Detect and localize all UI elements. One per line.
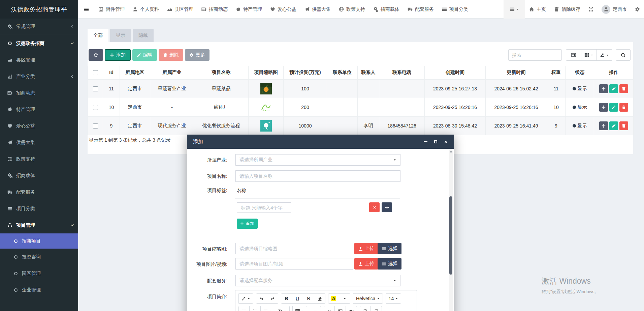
project-name-input[interactable] bbox=[235, 170, 400, 182]
row-edit-button[interactable] bbox=[609, 103, 618, 112]
sidebar-subitem-park-management[interactable]: 园区管理 bbox=[0, 265, 78, 282]
refresh-button[interactable] bbox=[89, 49, 103, 61]
thumbnail-orange-fruit-photo[interactable] bbox=[260, 83, 272, 94]
editor-table-button[interactable] bbox=[292, 306, 307, 311]
row-move-button[interactable] bbox=[599, 121, 608, 130]
dialog-header[interactable]: 添加 bbox=[187, 135, 454, 149]
thumbnail-input[interactable] bbox=[235, 243, 353, 254]
row-delete-button[interactable] bbox=[619, 84, 628, 93]
editor-hr-button[interactable] bbox=[310, 306, 321, 311]
minimize-button[interactable] bbox=[423, 139, 428, 144]
thumbnail-green-sketch[interactable] bbox=[260, 102, 272, 113]
maximize-button[interactable] bbox=[433, 139, 438, 144]
nav-supporting-services[interactable]: 配套服务 bbox=[404, 0, 438, 19]
sidebar-subitem-investment-projects[interactable]: 招商项目 bbox=[0, 233, 78, 249]
sidebar-item-policy-support[interactable]: 政策支持 bbox=[0, 151, 78, 167]
media-choose-button[interactable]: 选择 bbox=[378, 258, 401, 270]
sidebar-item-county-management[interactable]: 县区管理 bbox=[0, 52, 78, 68]
editor-picture-button[interactable] bbox=[335, 306, 346, 311]
search-button[interactable] bbox=[616, 49, 631, 61]
editor-video-button[interactable] bbox=[346, 306, 357, 311]
status-badge[interactable]: 显示 bbox=[573, 86, 587, 92]
nav-fullscreen[interactable] bbox=[584, 0, 598, 19]
industry-select[interactable]: 请选择所属产业 bbox=[235, 154, 400, 166]
editor-fontsize-button[interactable]: 14 bbox=[386, 293, 401, 304]
media-input[interactable] bbox=[235, 258, 353, 270]
row-move-button[interactable] bbox=[599, 84, 608, 93]
thumbnail-choose-button[interactable]: 选择 bbox=[378, 243, 401, 254]
editor-strikethrough-button[interactable]: S bbox=[303, 293, 314, 304]
tag-move-button[interactable] bbox=[382, 202, 392, 212]
sidebar-item-specialty-management[interactable]: 特产管理 bbox=[0, 101, 78, 118]
nav-menu-dropdown[interactable] bbox=[504, 0, 525, 19]
editor-bold-button[interactable]: B bbox=[281, 293, 292, 304]
editor-ol-button[interactable] bbox=[250, 306, 261, 311]
sidebar-item-general-management[interactable]: 常规管理 bbox=[0, 19, 78, 35]
editor-link-button[interactable] bbox=[324, 306, 335, 311]
select-all-checkbox[interactable] bbox=[93, 70, 98, 75]
tab-0[interactable]: 全部 bbox=[88, 29, 108, 42]
nav-specialty-management[interactable]: 特产管理 bbox=[232, 0, 266, 19]
editor-style-button[interactable] bbox=[238, 293, 253, 304]
editor-color-caret-button[interactable] bbox=[339, 293, 350, 304]
delete-button[interactable]: 删除 bbox=[159, 49, 183, 61]
editor-eraser-button[interactable] bbox=[314, 293, 325, 304]
thumbnail-teal-artwork[interactable] bbox=[260, 120, 272, 132]
nav-investment-news[interactable]: 招商动态 bbox=[197, 0, 232, 19]
nav-policy-support[interactable]: 政策支持 bbox=[335, 0, 369, 19]
sidebar-subitem-investment-consulting[interactable]: 投资咨询 bbox=[0, 249, 78, 265]
nav-attachment-management[interactable]: 附件管理 bbox=[94, 0, 129, 19]
sidebar-subitem-enterprise-management[interactable]: 企业管理 bbox=[0, 282, 78, 298]
row-edit-button[interactable] bbox=[609, 84, 618, 93]
editor-undo-button[interactable] bbox=[256, 293, 267, 304]
nav-charity[interactable]: 爱心公益 bbox=[266, 0, 300, 19]
tag-append-button[interactable]: 追加 bbox=[237, 219, 258, 229]
editor-lineheight-button[interactable] bbox=[275, 306, 290, 311]
sidebar-toggle-button[interactable] bbox=[78, 0, 94, 19]
editor-redo-button[interactable] bbox=[267, 293, 278, 304]
editor-fontname-button[interactable]: Helvetica bbox=[353, 293, 383, 304]
more-button[interactable]: 更多 bbox=[185, 49, 210, 61]
nav-project-category[interactable]: 项目分类 bbox=[438, 0, 472, 19]
tab-2[interactable]: 隐藏 bbox=[133, 29, 154, 42]
row-checkbox[interactable] bbox=[93, 86, 98, 91]
nav-home[interactable]: 主页 bbox=[525, 0, 550, 19]
editor-doc-button[interactable] bbox=[371, 306, 382, 311]
status-badge[interactable]: 显示 bbox=[573, 104, 587, 110]
tag-remove-button[interactable] bbox=[369, 202, 380, 212]
nav-profile[interactable]: 个人资料 bbox=[129, 0, 163, 19]
sidebar-item-project-management[interactable]: 项目管理 bbox=[0, 217, 78, 233]
add-button[interactable]: 添加 bbox=[105, 49, 131, 61]
service-select[interactable]: 请选择配套服务 bbox=[235, 275, 400, 286]
nav-clear-cache[interactable]: 清除缓存 bbox=[550, 0, 584, 19]
sidebar-item-project-category[interactable]: 项目分类 bbox=[0, 200, 78, 217]
nav-settings[interactable] bbox=[631, 0, 644, 19]
editor-underline-button[interactable]: U bbox=[292, 293, 303, 304]
tag-title-input[interactable] bbox=[237, 202, 291, 213]
row-checkbox[interactable] bbox=[93, 105, 98, 110]
editor-align-button[interactable] bbox=[261, 306, 275, 311]
sidebar-item-investment-carrier[interactable]: 招商载体 bbox=[0, 167, 78, 184]
row-delete-button[interactable] bbox=[619, 103, 628, 112]
sidebar-item-industry-category[interactable]: 产业分类 bbox=[0, 68, 78, 85]
editor-file-button[interactable] bbox=[360, 306, 371, 311]
search-input[interactable] bbox=[508, 49, 562, 61]
nav-investment-carrier[interactable]: 招商载体 bbox=[369, 0, 404, 19]
row-delete-button[interactable] bbox=[619, 121, 628, 130]
media-upload-button[interactable]: 上传 bbox=[354, 258, 378, 270]
sidebar-item-wode-gov-investment[interactable]: 沃德政务招商 bbox=[0, 35, 78, 52]
scrollbar-thumb[interactable] bbox=[449, 196, 452, 275]
detail-view-button[interactable] bbox=[566, 49, 581, 61]
status-badge[interactable]: 显示 bbox=[573, 123, 587, 129]
columns-button[interactable] bbox=[581, 49, 597, 61]
close-button[interactable] bbox=[443, 139, 448, 144]
sidebar-item-supply-demand[interactable]: 供需大集 bbox=[0, 134, 78, 151]
thumbnail-upload-button[interactable]: 上传 bbox=[354, 243, 378, 254]
row-edit-button[interactable] bbox=[609, 121, 618, 130]
export-button[interactable] bbox=[597, 49, 612, 61]
row-move-button[interactable] bbox=[599, 103, 608, 112]
editor-ul-button[interactable] bbox=[238, 306, 250, 311]
nav-county-management[interactable]: 县区管理 bbox=[163, 0, 197, 19]
scroll-up-icon[interactable] bbox=[450, 150, 452, 152]
dialog-scrollbar[interactable] bbox=[449, 149, 453, 311]
